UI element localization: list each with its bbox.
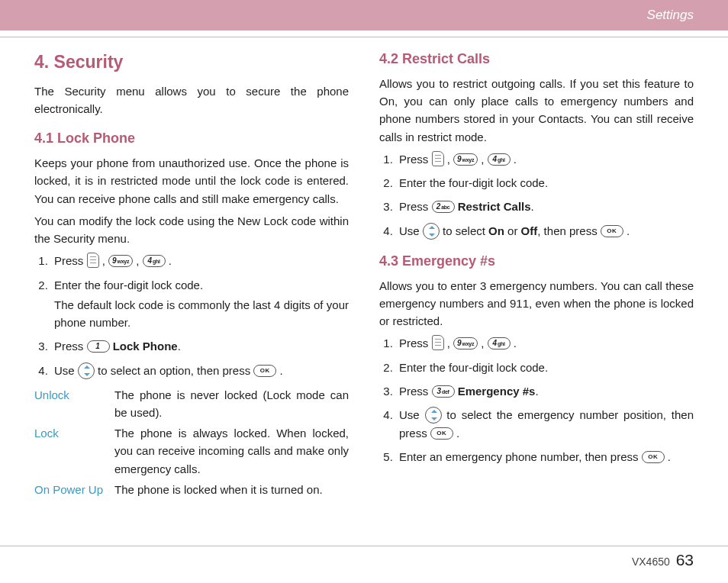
step: Press 3def Emergency #s. — [396, 382, 694, 400]
text: to select — [443, 224, 485, 237]
step: Enter the four-digit lock code. — [396, 359, 694, 376]
heading-security: 4. Security — [34, 49, 349, 76]
text: Press — [54, 254, 83, 267]
options-table: Unlock The phone is never locked (Lock m… — [34, 386, 349, 499]
key-ok: OK — [642, 451, 665, 463]
bold: On — [488, 224, 504, 237]
key-4: 4ghi — [488, 153, 511, 166]
text: Press — [54, 340, 83, 353]
lock-phone-p1: Keeps your phone from unauthorized use. … — [34, 154, 349, 208]
header-title: Settings — [647, 8, 694, 23]
option-row: On Power Up The phone is locked when it … — [34, 481, 349, 498]
nav-key-icon — [423, 223, 440, 240]
text: Enter the four-digit lock code. — [399, 361, 548, 374]
menu-icon — [432, 151, 444, 166]
text: , then press — [537, 224, 597, 237]
key-ok: OK — [430, 427, 453, 440]
heading-restrict-calls: 4.2 Restrict Calls — [379, 49, 694, 70]
security-intro: The Security menu allows you to secure t… — [34, 82, 349, 118]
step: Use to select On or Off, then press OK . — [396, 222, 694, 240]
lock-phone-steps: Press , 9wxyz , 4ghi . Enter the four-di… — [34, 252, 349, 379]
header-band: Settings — [0, 0, 728, 31]
emergency-steps: Press , 9wxyz , 4ghi . Enter the four-di… — [379, 334, 694, 465]
column-right: 4.2 Restrict Calls Allows you to restric… — [379, 49, 694, 501]
option-row: Lock The phone is always locked. When lo… — [34, 424, 349, 478]
key-9: 9wxyz — [453, 153, 478, 166]
text: Press — [399, 337, 428, 349]
key-2: 2abc — [432, 201, 455, 213]
step: Enter the four-digit lock code. — [396, 174, 694, 192]
text: to select an option, then press — [98, 364, 250, 377]
footer: VX4650 63 — [632, 551, 694, 569]
text: Press — [399, 200, 428, 213]
heading-lock-phone: 4.1 Lock Phone — [34, 128, 349, 150]
key-ok: OK — [601, 225, 623, 237]
key-3: 3def — [432, 385, 455, 398]
option-row: Unlock The phone is never locked (Lock m… — [34, 386, 349, 422]
option-term-onpowerup: On Power Up — [34, 481, 114, 498]
text: Press — [399, 153, 428, 166]
page-content: 4. Security The Security menu allows you… — [0, 37, 728, 501]
nav-key-icon — [425, 407, 442, 424]
column-left: 4. Security The Security menu allows you… — [34, 49, 349, 501]
key-9: 9wxyz — [108, 255, 133, 267]
step: Press , 9wxyz , 4ghi . — [396, 334, 694, 352]
menu-icon — [87, 253, 99, 268]
restrict-intro: Allows you to restrict outgoing calls. I… — [379, 75, 694, 146]
bold: Restrict Calls — [458, 200, 531, 213]
key-1: 1 — [87, 340, 110, 353]
option-def: The phone is never locked (Lock mode can… — [114, 386, 349, 422]
text: Use — [399, 408, 420, 421]
text: or — [507, 224, 517, 237]
bold: Off — [521, 224, 538, 237]
step: Use to select an option, then press OK . — [51, 362, 349, 380]
emergency-intro: Allows you to enter 3 emergency numbers.… — [379, 277, 694, 330]
sub-text: The default lock code is commonly the la… — [54, 296, 349, 332]
heading-emergency: 4.3 Emergency #s — [379, 251, 694, 272]
key-ok: OK — [253, 365, 276, 377]
text: Press — [399, 385, 428, 398]
option-def: The phone is always locked. When locked,… — [114, 424, 349, 478]
model-number: VX4650 — [632, 556, 670, 568]
bold: Emergency #s — [458, 385, 536, 398]
step: Press 1 Lock Phone. — [51, 337, 349, 355]
option-term-unlock: Unlock — [34, 386, 114, 422]
key-9: 9wxyz — [453, 337, 478, 349]
option-term-lock: Lock — [34, 424, 114, 478]
restrict-steps: Press , 9wxyz , 4ghi . Enter the four-di… — [379, 150, 694, 240]
option-def: The phone is locked when it is turned on… — [114, 481, 349, 498]
menu-icon — [432, 335, 444, 350]
step: Press 2abc Restrict Calls. — [396, 198, 694, 215]
step: Enter an emergency phone number, then pr… — [396, 448, 694, 465]
step: Enter the four-digit lock code. The defa… — [51, 276, 349, 332]
divider-bottom — [0, 546, 728, 546]
step: Press , 9wxyz , 4ghi . — [396, 150, 694, 168]
key-4: 4ghi — [488, 337, 511, 349]
text: Enter an emergency phone number, then pr… — [399, 450, 639, 463]
text: Enter the four-digit lock code. — [54, 279, 203, 292]
lock-phone-p2: You can modify the lock code using the N… — [34, 212, 349, 248]
key-4: 4ghi — [143, 255, 166, 267]
step: Use to select the emergency number posit… — [396, 406, 694, 442]
bold: Lock Phone — [113, 340, 178, 353]
page-number: 63 — [676, 551, 694, 569]
text: Enter the four-digit lock code. — [399, 176, 548, 189]
text: Use — [54, 364, 75, 377]
nav-key-icon — [78, 362, 95, 379]
text: Use — [399, 224, 420, 237]
step: Press , 9wxyz , 4ghi . — [51, 252, 349, 269]
